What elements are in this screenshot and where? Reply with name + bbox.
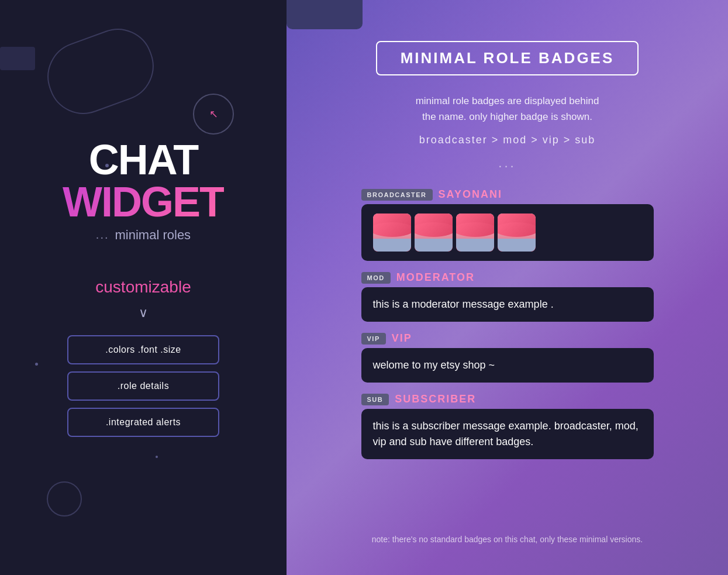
brand-chat-text: CHAT — [63, 139, 224, 181]
message-sub: this is a subscriber message example. br… — [361, 409, 654, 459]
avatar-hair-2 — [415, 214, 453, 230]
avatar-3 — [456, 214, 494, 252]
role-details-button[interactable]: .role details — [67, 371, 219, 401]
brand-title: CHAT WIDGET ... minimal roles — [63, 139, 224, 243]
chat-row-mod: MOD MODERATOR this is a moderator messag… — [361, 271, 654, 322]
note-text: note: there's no standard badges on this… — [372, 521, 643, 546]
avatar-4 — [498, 214, 536, 252]
deco-dot-2 — [35, 363, 38, 366]
avatar-face-2 — [415, 214, 453, 252]
chat-container: BROADCASTER SAYONANI — [361, 188, 654, 459]
ellipsis-dots: ... — [498, 156, 516, 171]
avatar-hair-4 — [498, 214, 536, 230]
chat-row-vip: VIP VIP welome to my etsy shop ~ — [361, 332, 654, 383]
description-line1: minimal role badges are displayed behind — [416, 95, 599, 106]
brand-subtitle-text: minimal roles — [115, 228, 191, 243]
chat-row-broadcaster: BROADCASTER SAYONANI — [361, 188, 654, 261]
badge-sub: SUB — [361, 394, 389, 405]
username-broadcaster: SAYONANI — [439, 188, 502, 201]
badge-vip: VIP — [361, 333, 386, 345]
deco-circle-bottom — [47, 481, 82, 517]
avatar-body-3 — [456, 239, 494, 252]
avatar-face-1 — [373, 214, 411, 252]
left-panel: ↖ CHAT WIDGET ... minimal roles customiz… — [0, 0, 287, 575]
chat-header-broadcaster: BROADCASTER SAYONANI — [361, 188, 654, 201]
brand-widget-text: WIDGET — [63, 181, 224, 223]
deco-dot-1 — [105, 164, 109, 167]
customizable-label: customizable — [95, 278, 191, 297]
message-mod: this is a moderator message example . — [361, 287, 654, 322]
avatar-face-3 — [456, 214, 494, 252]
message-vip: welome to my etsy shop ~ — [361, 348, 654, 383]
top-bar-decoration — [287, 0, 363, 29]
username-sub: SUBSCRIBER — [395, 393, 476, 405]
left-buttons: .colors .font .size .role details .integ… — [67, 335, 219, 437]
avatar-hair-1 — [373, 214, 411, 230]
deco-dot-3 — [156, 456, 158, 458]
chat-header-mod: MOD MODERATOR — [361, 271, 654, 284]
cursor-icon: ↖ — [209, 108, 218, 120]
right-panel: MINIMAL ROLE BADGES minimal role badges … — [287, 0, 728, 575]
avatar-face-4 — [498, 214, 536, 252]
integrated-alerts-button[interactable]: .integrated alerts — [67, 408, 219, 437]
badge-broadcaster: BROADCASTER — [361, 189, 433, 201]
broadcaster-images-box — [361, 204, 654, 261]
username-vip: VIP — [392, 332, 412, 345]
broadcaster-images — [373, 214, 642, 252]
deco-rect-top — [0, 47, 35, 70]
brand-dots: ... — [96, 228, 109, 242]
avatar-2 — [415, 214, 453, 252]
section-title-box: MINIMAL ROLE BADGES — [376, 41, 639, 75]
username-mod: MODERATOR — [396, 271, 475, 284]
note-content: note: there's no standard badges on this… — [372, 535, 643, 544]
avatar-body-1 — [373, 239, 411, 252]
avatar-1 — [373, 214, 411, 252]
deco-circle-cursor: ↖ — [193, 94, 234, 135]
badge-mod: MOD — [361, 272, 391, 284]
section-title: MINIMAL ROLE BADGES — [401, 49, 615, 67]
description-line2: the name. only higher badge is shown. — [422, 111, 592, 122]
chevron-down-icon: ∨ — [139, 305, 148, 321]
avatar-body-2 — [415, 239, 453, 252]
chat-header-vip: VIP VIP — [361, 332, 654, 345]
description: minimal role badges are displayed behind… — [416, 93, 599, 125]
avatar-body-4 — [498, 239, 536, 252]
colors-font-size-button[interactable]: .colors .font .size — [67, 335, 219, 364]
chat-row-sub: SUB SUBSCRIBER this is a subscriber mess… — [361, 393, 654, 459]
brand-subtitle: ... minimal roles — [63, 228, 224, 243]
chat-header-sub: SUB SUBSCRIBER — [361, 393, 654, 405]
hierarchy-text: broadcaster > mod > vip > sub — [419, 134, 596, 146]
avatar-hair-3 — [456, 214, 494, 230]
